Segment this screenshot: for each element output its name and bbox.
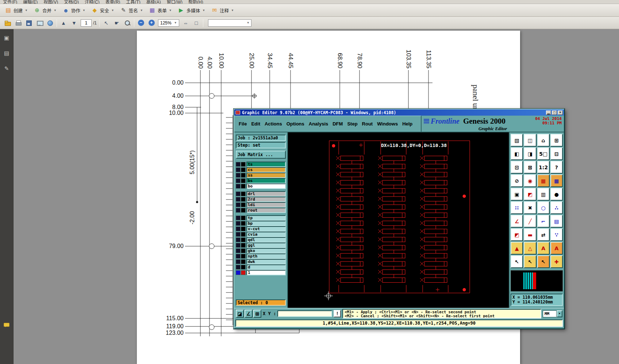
create-button[interactable]: ▤创建▼ xyxy=(2,5,30,15)
tool-scatter-icon[interactable]: ∵ xyxy=(550,228,563,241)
layer-active-checkbox[interactable] xyxy=(241,254,246,259)
pdf-menubar-item[interactable]: 注释(C) xyxy=(85,0,100,2)
layer-row[interactable]: v-cut xyxy=(236,226,286,232)
tool-zoom-5-icon[interactable]: 5□ xyxy=(537,147,550,160)
page-number-input[interactable] xyxy=(81,19,92,27)
genesis-menu-options[interactable]: Options xyxy=(284,120,307,128)
layer-visible-checkbox[interactable] xyxy=(236,167,241,172)
layer-row[interactable]: ggl xyxy=(236,243,286,248)
print-button[interactable] xyxy=(14,19,22,27)
tool-flag-icon[interactable]: ◩ xyxy=(524,188,536,201)
tool-pattern-blue-icon[interactable]: ▦ xyxy=(550,174,563,187)
layer-row[interactable]: gko xyxy=(236,248,286,253)
layer-visible-checkbox[interactable] xyxy=(236,248,241,253)
signatures-panel-button[interactable]: ✎ xyxy=(2,64,11,73)
tool-clip-icon[interactable]: ⊘ xyxy=(511,174,523,187)
tool-swap-icon[interactable]: ⇄ xyxy=(537,228,550,241)
combine-button[interactable]: ⊕合并▼ xyxy=(31,5,59,15)
grid-mode-button[interactable]: ⊞ xyxy=(253,310,261,318)
pdf-menubar-item[interactable]: 帮助(H) xyxy=(188,0,203,2)
tool-tile-windows-icon[interactable]: ⊞ xyxy=(550,134,563,147)
layer-active-checkbox[interactable] xyxy=(241,237,246,242)
layer-row[interactable]: ldi xyxy=(236,202,286,208)
genesis-menu-help[interactable]: Help xyxy=(400,120,415,128)
collaborate-button[interactable]: ☻协作▼ xyxy=(60,5,88,15)
alert-button[interactable]: ! xyxy=(334,310,341,317)
layer-active-checkbox[interactable] xyxy=(241,178,246,183)
multimedia-button[interactable]: ▶多媒体▼ xyxy=(175,5,208,15)
tool-text-a-orange-icon[interactable]: A xyxy=(550,242,563,255)
genesis-menu-actions[interactable]: Actions xyxy=(262,120,284,128)
tool-pointer-orange-icon[interactable]: ↖ xyxy=(537,255,550,268)
tool-pointer-icon[interactable]: ↖ xyxy=(511,255,523,268)
layer-visible-checkbox[interactable] xyxy=(236,226,241,231)
xy-input[interactable] xyxy=(277,310,332,317)
genesis-menu-rout[interactable]: Rout xyxy=(360,120,375,128)
layer-active-checkbox[interactable] xyxy=(241,184,246,189)
tool-points-icon[interactable]: ∷ xyxy=(511,201,523,214)
pdf-menubar-item[interactable]: 文件(F) xyxy=(3,0,17,2)
tool-pan-right-icon[interactable]: ◨ xyxy=(524,147,536,160)
layer-row[interactable]: cvia xyxy=(236,232,286,237)
layer-visible-checkbox[interactable] xyxy=(236,197,241,202)
units-select[interactable]: MM ▼ xyxy=(543,310,562,317)
layer-visible-checkbox[interactable] xyxy=(236,173,241,178)
tool-corner-icon[interactable]: ◩ xyxy=(511,228,523,241)
layer-row[interactable]: 1 xyxy=(236,270,286,275)
pcb-canvas[interactable]: DX=110.38,DY=0,D=110.38 xyxy=(288,132,509,308)
tool-help-icon[interactable]: ? xyxy=(550,161,563,174)
tool-rotate-icon[interactable]: ⊡ xyxy=(511,161,523,174)
pdf-menubar-item[interactable]: 编辑(E) xyxy=(23,0,38,2)
layer-active-checkbox[interactable] xyxy=(241,173,246,178)
prev-page-button[interactable]: ▲ xyxy=(59,19,68,27)
layer-active-checkbox[interactable] xyxy=(241,248,246,253)
layer-visible-checkbox[interactable] xyxy=(236,178,241,183)
sign-button[interactable]: ✎签名▼ xyxy=(118,5,146,15)
layer-row[interactable]: dwk xyxy=(236,259,286,264)
zoom-level-select[interactable]: 125%▼ xyxy=(158,19,179,27)
layer-active-checkbox[interactable] xyxy=(241,202,246,207)
layer-row[interactable]: drl xyxy=(236,191,286,197)
tool-delete-icon[interactable]: ✖ xyxy=(524,201,536,214)
comment-button[interactable]: ✉注释▼ xyxy=(208,5,237,15)
pdf-menubar-item[interactable]: 文档(D) xyxy=(64,0,79,2)
layer-row[interactable]: bo xyxy=(236,183,286,189)
tool-paste-icon[interactable]: ▧ xyxy=(511,134,523,147)
angle-mode-button[interactable]: ∠ xyxy=(245,310,253,318)
layer-active-checkbox[interactable] xyxy=(241,232,246,237)
layer-row[interactable]: d xyxy=(236,264,286,270)
layer-visible-checkbox[interactable] xyxy=(236,254,241,259)
layer-active-checkbox[interactable] xyxy=(241,270,246,275)
tool-pointer-yellow-icon[interactable]: ↖ xyxy=(524,255,536,268)
tool-pattern-red-icon[interactable]: ▦ xyxy=(537,174,550,187)
tool-circle-icon[interactable]: ○ xyxy=(537,201,550,214)
layer-active-checkbox[interactable] xyxy=(241,226,246,231)
tool-scale-1-2-icon[interactable]: 1:2 xyxy=(537,161,550,174)
browser-button[interactable] xyxy=(46,19,54,27)
layer-row[interactable]: bp xyxy=(236,221,286,226)
pages-panel-button[interactable]: ▣ xyxy=(2,34,11,42)
tool-frame-icon[interactable]: ▣ xyxy=(511,188,523,201)
layer-visible-checkbox[interactable] xyxy=(236,202,241,207)
pdf-menubar-item[interactable]: 视图(V) xyxy=(43,0,58,2)
layer-active-checkbox[interactable] xyxy=(241,216,246,220)
layer-visible-checkbox[interactable] xyxy=(236,162,241,167)
tool-origin-icon[interactable]: ◉ xyxy=(524,174,536,187)
layer-visible-checkbox[interactable] xyxy=(236,221,241,226)
pdf-menubar-item[interactable]: 表单(R) xyxy=(105,0,120,2)
layer-visible-checkbox[interactable] xyxy=(236,265,241,270)
fit-width-button[interactable]: ⇔ xyxy=(182,19,190,27)
layer-row[interactable]: npth xyxy=(236,253,286,259)
genesis-menu-step[interactable]: Step xyxy=(345,120,360,128)
tool-stack-icon[interactable]: ⊟ xyxy=(550,147,563,160)
genesis-menu-dfm[interactable]: DFM xyxy=(330,120,345,128)
select-mode-button[interactable]: ◪ xyxy=(236,310,244,318)
genesis-menu-edit[interactable]: Edit xyxy=(249,120,262,128)
tool-dash-icon[interactable]: ▬ xyxy=(524,228,536,241)
layer-row[interactable]: ss xyxy=(236,173,286,178)
layer-active-checkbox[interactable] xyxy=(241,191,246,196)
tool-diag-points-icon[interactable]: ∴ xyxy=(550,201,563,214)
zoom-in-button[interactable]: + xyxy=(147,19,155,27)
layer-visible-checkbox[interactable] xyxy=(236,232,241,237)
forms-button[interactable]: ▦表单▼ xyxy=(146,5,174,15)
